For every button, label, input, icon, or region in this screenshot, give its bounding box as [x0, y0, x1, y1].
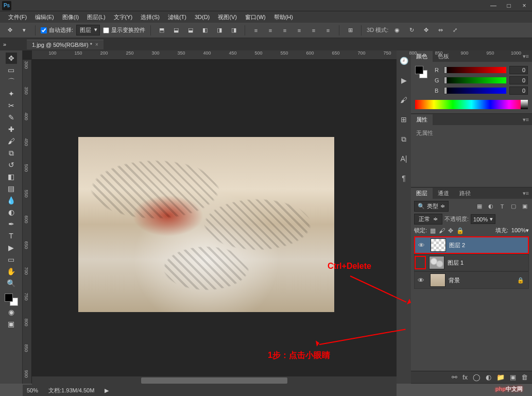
- tab-paths[interactable]: 路径: [454, 188, 476, 199]
- tab-channels[interactable]: 通道: [433, 188, 454, 199]
- menu-window[interactable]: 窗口(W): [241, 12, 270, 22]
- rectangle-tool[interactable]: ▭: [6, 254, 17, 265]
- new-fill-icon[interactable]: ◐: [486, 373, 491, 381]
- new-layer-icon[interactable]: ▣: [510, 373, 516, 381]
- layer-thumbnail[interactable]: [431, 238, 446, 252]
- maximize-button[interactable]: □: [501, 1, 517, 11]
- document-tab[interactable]: 1.jpg @ 50%(RGB/8#) * ×: [27, 40, 104, 49]
- menu-view[interactable]: 视图(V): [214, 12, 241, 22]
- layer-filter-kind[interactable]: 🔍类型≑: [414, 201, 449, 212]
- panel-menu-icon[interactable]: ▾≡: [520, 116, 532, 123]
- close-icon[interactable]: ×: [95, 42, 98, 47]
- visibility-eye-icon[interactable]: 👁: [415, 277, 427, 284]
- distribute-vcenter-icon[interactable]: ≡: [265, 25, 276, 36]
- 3d-pan-icon[interactable]: ✥: [420, 25, 432, 36]
- layer-mask-icon[interactable]: ◯: [473, 373, 480, 381]
- vertical-ruler[interactable]: 3003504004505005506006507007508008509009…: [23, 60, 32, 384]
- layer-thumbnail[interactable]: [429, 256, 444, 269]
- tab-layers[interactable]: 图层: [411, 188, 433, 199]
- marquee-tool[interactable]: ▭: [6, 64, 17, 76]
- layer-row[interactable]: 图层 1: [414, 254, 529, 271]
- show-transform-checkbox[interactable]: 显示变换控件: [103, 26, 145, 34]
- history-panel-icon[interactable]: 🕘: [399, 56, 409, 66]
- align-left-icon[interactable]: ◧: [199, 25, 211, 36]
- auto-select-target[interactable]: 图层: [76, 25, 100, 36]
- menu-layer[interactable]: 图层(L): [83, 12, 109, 22]
- tool-preset-dropdown[interactable]: ▾: [19, 25, 30, 36]
- b-value[interactable]: 0: [509, 87, 528, 95]
- g-slider[interactable]: [444, 77, 506, 83]
- lasso-tool[interactable]: ⌒: [6, 76, 17, 88]
- fill-value[interactable]: 100%▾: [511, 227, 529, 234]
- filter-shape-icon[interactable]: ▢: [509, 202, 518, 211]
- auto-select-checkbox[interactable]: 自动选择:: [41, 26, 73, 34]
- layer-name[interactable]: 图层 2: [449, 242, 528, 249]
- distribute-left-icon[interactable]: ≡: [294, 25, 305, 36]
- auto-align-icon[interactable]: ⊞: [345, 25, 356, 36]
- filter-pixel-icon[interactable]: ▦: [475, 202, 484, 211]
- distribute-hcenter-icon[interactable]: ≡: [308, 25, 319, 36]
- status-arrow-icon[interactable]: ▶: [105, 387, 109, 394]
- menu-help[interactable]: 帮助(H): [270, 12, 297, 22]
- paragraph-panel-icon[interactable]: ¶: [399, 173, 409, 183]
- lock-all-icon[interactable]: 🔒: [456, 227, 464, 234]
- align-right-icon[interactable]: ◨: [228, 25, 239, 36]
- layer-name[interactable]: 背景: [449, 277, 517, 284]
- r-value[interactable]: 0: [509, 66, 528, 74]
- 3d-orbit-icon[interactable]: ◉: [391, 25, 403, 36]
- g-value[interactable]: 0: [509, 76, 528, 84]
- zoom-level[interactable]: 50%: [27, 387, 38, 393]
- gradient-tool[interactable]: ▤: [6, 183, 17, 194]
- foreground-color-swatch[interactable]: [5, 294, 13, 302]
- tab-properties[interactable]: 属性: [411, 114, 433, 125]
- actions-panel-icon[interactable]: ▶: [399, 75, 409, 85]
- dodge-tool[interactable]: ◐: [6, 206, 17, 218]
- quick-mask-tool[interactable]: ◉: [6, 306, 17, 318]
- eyedropper-tool[interactable]: ✎: [6, 112, 17, 123]
- eraser-tool[interactable]: ◧: [6, 171, 17, 182]
- link-layers-icon[interactable]: ⚯: [452, 373, 457, 381]
- lock-image-icon[interactable]: 🖌: [439, 227, 445, 234]
- filter-smart-icon[interactable]: ▣: [521, 202, 529, 211]
- type-tool[interactable]: T: [6, 230, 17, 242]
- layer-name[interactable]: 图层 1: [448, 259, 528, 267]
- move-tool[interactable]: ✥: [6, 53, 17, 64]
- 3d-slide-icon[interactable]: ⇔: [435, 25, 446, 36]
- screen-mode-tool[interactable]: ▣: [6, 318, 17, 330]
- document-image[interactable]: [78, 137, 334, 312]
- menu-filter[interactable]: 滤镜(T): [164, 12, 191, 22]
- color-swatches[interactable]: [4, 292, 19, 306]
- menu-file[interactable]: 文件(F): [4, 12, 31, 22]
- 3d-roll-icon[interactable]: ↻: [406, 25, 417, 36]
- spectrum-ramp[interactable]: [415, 100, 528, 109]
- distribute-right-icon[interactable]: ≡: [322, 25, 334, 36]
- menu-type[interactable]: 文字(Y): [110, 12, 137, 22]
- lock-position-icon[interactable]: ✥: [448, 227, 453, 234]
- 3d-zoom-icon[interactable]: ⤢: [449, 25, 460, 36]
- distribute-bottom-icon[interactable]: ≡: [279, 25, 290, 36]
- visibility-eye-icon[interactable]: 👁: [415, 242, 427, 249]
- panel-fg-swatch[interactable]: [415, 66, 423, 74]
- horizontal-ruler[interactable]: 1001502002503003504004505005506006507007…: [32, 50, 397, 60]
- delete-layer-icon[interactable]: 🗑: [521, 373, 528, 381]
- menu-edit[interactable]: 编辑(E): [31, 12, 58, 22]
- brush-panel-icon[interactable]: 🖌: [399, 95, 409, 105]
- history-brush-tool[interactable]: ↺: [6, 159, 17, 170]
- layer-row[interactable]: 👁背景🔒: [414, 271, 529, 289]
- crop-tool[interactable]: ✂: [6, 100, 17, 111]
- zoom-tool[interactable]: 🔍: [6, 278, 17, 289]
- b-slider[interactable]: [444, 88, 506, 94]
- clone-source-icon[interactable]: ⧉: [399, 134, 409, 144]
- align-bottom-icon[interactable]: ⬓: [185, 25, 196, 36]
- distribute-top-icon[interactable]: ≡: [250, 25, 262, 36]
- path-selection-tool[interactable]: ▶: [6, 242, 17, 253]
- brush-presets-icon[interactable]: ⊞: [399, 114, 409, 125]
- layer-row[interactable]: 👁图层 2: [414, 236, 529, 254]
- visibility-eye-icon[interactable]: [415, 256, 426, 269]
- align-top-icon[interactable]: ⬒: [156, 25, 167, 36]
- brush-tool[interactable]: 🖌: [6, 135, 17, 147]
- move-tool-icon[interactable]: ✥: [4, 25, 15, 36]
- magic-wand-tool[interactable]: ✦: [6, 88, 17, 99]
- healing-brush-tool[interactable]: ✚: [6, 124, 17, 135]
- expand-docs-icon[interactable]: »: [3, 41, 6, 47]
